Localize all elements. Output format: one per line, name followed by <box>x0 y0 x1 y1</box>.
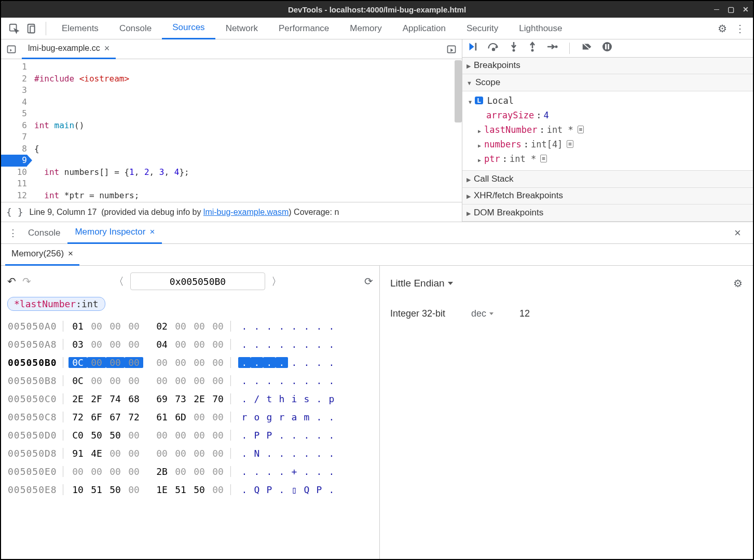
navigator-toggle-icon[interactable] <box>1 44 22 54</box>
hex-byte[interactable]: 69 <box>153 393 171 404</box>
hex-byte[interactable]: 00 <box>87 339 106 350</box>
format-select[interactable]: dec <box>471 308 493 319</box>
hex-address[interactable]: 005050C8 <box>8 412 63 422</box>
hex-byte[interactable]: 61 <box>153 412 171 422</box>
close-icon[interactable]: ✕ <box>743 5 749 13</box>
pretty-print-icon[interactable]: { } <box>6 207 23 217</box>
hex-byte[interactable]: 00 <box>209 357 227 368</box>
prev-page-icon[interactable]: 〈 <box>114 275 124 289</box>
dom-section[interactable]: DOM Breakpoints <box>462 204 753 222</box>
tab-memory[interactable]: Memory <box>339 18 392 39</box>
hex-address[interactable]: 005050D0 <box>8 430 63 441</box>
maximize-icon[interactable]: ▢ <box>728 5 734 13</box>
hex-byte[interactable]: 00 <box>171 357 190 368</box>
hex-byte[interactable]: 00 <box>209 375 227 386</box>
hex-byte[interactable]: 6D <box>171 412 190 422</box>
drawer-more-icon[interactable]: ⋮ <box>5 227 21 239</box>
hex-byte[interactable]: 01 <box>68 321 87 332</box>
deactivate-breakpoints-icon[interactable] <box>581 42 593 54</box>
hex-byte[interactable]: 51 <box>171 484 190 495</box>
hex-byte[interactable]: 2E <box>190 393 209 404</box>
hex-byte[interactable]: 00 <box>171 339 190 350</box>
step-icon[interactable] <box>546 42 558 54</box>
var-lastnumber[interactable]: lastNumber: int *≡ <box>467 122 749 137</box>
hex-byte[interactable]: 00 <box>87 375 106 386</box>
hex-address[interactable]: 005050A0 <box>8 321 63 332</box>
hex-byte[interactable]: 2F <box>87 393 106 404</box>
endianness-select[interactable]: Little Endian <box>390 278 453 289</box>
drawer-tab-memory[interactable]: Memory Inspector× <box>67 222 162 244</box>
memory-icon[interactable]: ≡ <box>567 140 573 148</box>
hex-byte[interactable]: 00 <box>125 484 143 495</box>
address-input[interactable] <box>130 272 265 290</box>
memory-icon[interactable]: ≡ <box>578 126 584 133</box>
hex-byte[interactable]: 00 <box>106 448 125 459</box>
hex-address[interactable]: 005050A8 <box>8 339 63 350</box>
hex-byte[interactable]: 74 <box>106 393 125 404</box>
redo-icon[interactable]: ↷ <box>22 275 31 288</box>
hex-byte[interactable]: 51 <box>87 484 106 495</box>
tab-security[interactable]: Security <box>456 18 509 39</box>
hex-byte[interactable]: 03 <box>68 339 87 350</box>
hex-byte[interactable]: 00 <box>87 466 106 477</box>
hex-byte[interactable]: 00 <box>106 339 125 350</box>
pause-exceptions-icon[interactable] <box>602 42 612 54</box>
hex-byte[interactable]: 50 <box>106 484 125 495</box>
breakpoints-section[interactable]: Breakpoints <box>462 58 753 75</box>
var-arraysize[interactable]: arraySize: 4 <box>467 108 749 122</box>
hex-byte[interactable]: 00 <box>190 448 209 459</box>
hex-byte[interactable]: 00 <box>106 466 125 477</box>
hex-byte[interactable]: 50 <box>106 430 125 441</box>
hex-byte[interactable]: 00 <box>125 375 143 386</box>
hex-address[interactable]: 005050E8 <box>8 484 63 495</box>
hex-byte[interactable]: 00 <box>125 339 143 350</box>
hex-byte[interactable]: 00 <box>68 466 87 477</box>
hex-byte[interactable]: 00 <box>106 321 125 332</box>
hex-byte[interactable]: 00 <box>209 321 227 332</box>
more-icon[interactable]: ⋮ <box>731 22 749 35</box>
step-into-icon[interactable] <box>509 41 518 55</box>
tab-elements[interactable]: Elements <box>51 18 109 39</box>
hex-byte[interactable]: 00 <box>190 357 209 368</box>
tab-network[interactable]: Network <box>215 18 268 39</box>
hex-byte[interactable]: 50 <box>190 484 209 495</box>
hex-address[interactable]: 005050B8 <box>8 375 63 386</box>
hex-byte[interactable]: 00 <box>190 339 209 350</box>
tab-sources[interactable]: Sources <box>162 18 215 39</box>
hex-byte[interactable]: 00 <box>125 466 143 477</box>
var-numbers[interactable]: numbers: int[4]≡ <box>467 137 749 152</box>
hex-address[interactable]: 005050E0 <box>8 466 63 477</box>
tab-performance[interactable]: Performance <box>268 18 339 39</box>
hex-byte[interactable]: 2E <box>68 393 87 404</box>
hex-byte[interactable]: 00 <box>153 430 171 441</box>
hex-byte[interactable]: 04 <box>153 339 171 350</box>
minimize-icon[interactable]: ─ <box>714 5 719 13</box>
hex-address[interactable]: 005050D8 <box>8 448 63 459</box>
hex-byte[interactable]: 73 <box>171 393 190 404</box>
var-ptr[interactable]: ptr: int *≡ <box>467 152 749 166</box>
tab-application[interactable]: Application <box>392 18 456 39</box>
code-editor[interactable]: 1 2 3 4 5 6 7 8 9 10 11 12 #include <ios… <box>1 59 462 202</box>
resume-icon[interactable] <box>467 41 478 55</box>
file-tab[interactable]: lmi-bug-example.cc × <box>22 39 116 59</box>
hex-byte[interactable]: 00 <box>153 448 171 459</box>
run-snippet-icon[interactable] <box>441 44 462 54</box>
hex-address[interactable]: 005050B0 <box>8 357 63 368</box>
xhr-section[interactable]: XHR/fetch Breakpoints <box>462 188 753 205</box>
hex-byte[interactable]: 00 <box>153 357 171 368</box>
wasm-link[interactable]: lmi-bug-example.wasm <box>203 208 289 216</box>
hex-byte[interactable]: 00 <box>125 448 143 459</box>
hex-byte[interactable]: 0C <box>68 357 87 368</box>
hex-byte[interactable]: 00 <box>209 466 227 477</box>
refresh-icon[interactable]: ⟳ <box>364 275 373 288</box>
hex-byte[interactable]: 02 <box>153 321 171 332</box>
step-out-icon[interactable] <box>528 41 537 55</box>
hex-byte[interactable]: 00 <box>171 466 190 477</box>
hex-byte[interactable]: 10 <box>68 484 87 495</box>
hex-address[interactable]: 005050C0 <box>8 393 63 404</box>
drawer-tab-console[interactable]: Console <box>21 222 67 244</box>
hex-byte[interactable]: 68 <box>125 393 143 404</box>
hex-byte[interactable]: 00 <box>190 412 209 422</box>
hex-byte[interactable]: 91 <box>68 448 87 459</box>
tab-console[interactable]: Console <box>109 18 162 39</box>
